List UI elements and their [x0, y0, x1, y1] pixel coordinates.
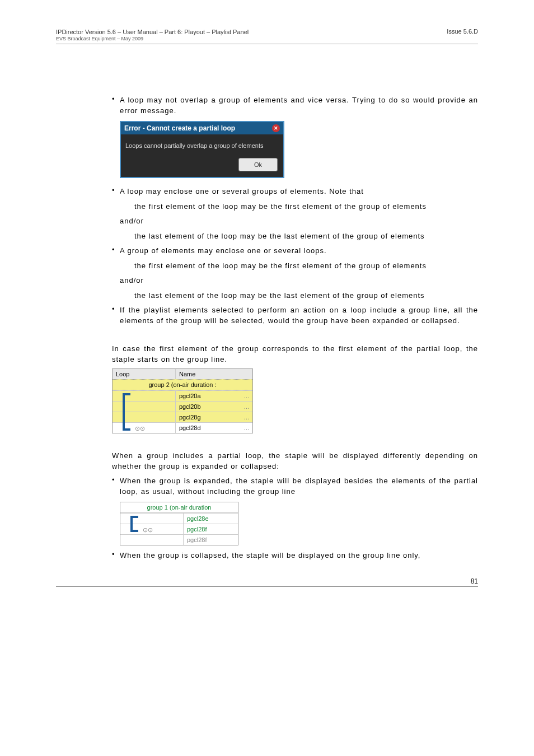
- sub-text: and/or: [120, 216, 478, 227]
- loop-icon: ⊙⊙: [143, 526, 153, 534]
- cell-name: pgcl20b: [179, 403, 201, 410]
- cell-name: pgcl28g: [179, 414, 201, 421]
- bullet-dot: •: [112, 305, 120, 326]
- cell-name: pgcl28f: [184, 524, 238, 534]
- playlist-table: Loop Name group 2 (on-air duration : pgc…: [112, 368, 253, 433]
- sub-text: the first element of the loop may be the…: [134, 260, 478, 272]
- table-row: pgcl20b...: [113, 401, 252, 412]
- cell-name: pgcl20a: [179, 393, 201, 399]
- error-body: Loops cannot partially overlap a group o…: [121, 134, 283, 155]
- table-row: pgcl28e: [120, 513, 238, 524]
- table-row: ⊙⊙ pgcl28f: [120, 524, 238, 534]
- page-header: IPDirector Version 5.6 – User Manual – P…: [56, 28, 478, 44]
- bullet-item: • A loop may not overlap a group of elem…: [112, 95, 478, 116]
- bullet-text: If the playlist elements selected to per…: [120, 305, 478, 326]
- bullet-text: A group of elements may enclose one or s…: [120, 245, 478, 256]
- bullet-dot: •: [112, 475, 120, 497]
- table-row: pgcl28f: [120, 534, 238, 545]
- sub-text: the last element of the loop may be the …: [134, 231, 478, 242]
- bullet-item: • When the group is collapsed, the stapl…: [112, 550, 478, 561]
- bullet-dot: •: [112, 245, 120, 256]
- col-loop: Loop: [113, 369, 176, 379]
- table-row: pgcl28g...: [113, 412, 252, 422]
- group-row: group 1 (on-air duration: [120, 502, 238, 513]
- ellipsis-icon: ...: [244, 414, 249, 421]
- cell-name: pgcl28e: [184, 514, 238, 524]
- page-number: 81: [56, 577, 478, 587]
- bullet-dot: •: [112, 95, 120, 116]
- close-icon[interactable]: ✕: [272, 124, 280, 132]
- bullet-item: • When the group is expanded, the staple…: [112, 475, 478, 497]
- bullet-text: When the group is collapsed, the staple …: [120, 550, 478, 561]
- bullet-text: A loop may enclose one or several groups…: [120, 186, 478, 197]
- cell-name: pgcl28d: [179, 424, 201, 431]
- col-name: Name: [176, 369, 252, 379]
- paragraph: When a group includes a partial loop, th…: [112, 450, 478, 472]
- bullet-dot: •: [112, 186, 120, 197]
- group-row: group 2 (on-air duration :: [113, 379, 252, 390]
- cell-name: pgcl28f: [184, 535, 238, 545]
- table-header: Loop Name: [113, 369, 252, 379]
- ellipsis-icon: ...: [244, 424, 249, 431]
- sub-text: the last element of the loop may be the …: [134, 290, 478, 301]
- bullet-text: A loop may not overlap a group of elemen…: [120, 95, 478, 116]
- sub-text: the first element of the loop may be the…: [134, 201, 478, 212]
- error-title-bar: Error - Cannot create a partial loop ✕: [121, 122, 283, 134]
- header-issue: Issue 5.6.D: [447, 28, 478, 43]
- bullet-dot: •: [112, 550, 120, 561]
- header-sub: EVS Broadcast Equipment – May 2009: [56, 36, 249, 43]
- sub-text: and/or: [120, 275, 478, 286]
- loop-icon: ⊙⊙: [135, 425, 145, 432]
- bullet-item: • A group of elements may enclose one or…: [112, 245, 478, 256]
- playlist-table-2: group 1 (on-air duration pgcl28e ⊙⊙ pgcl…: [120, 502, 238, 545]
- table-row: ⊙⊙ pgcl28d...: [113, 422, 252, 433]
- bullet-item: • If the playlist elements selected to p…: [112, 305, 478, 326]
- bullet-item: • A loop may enclose one or several grou…: [112, 186, 478, 197]
- paragraph: In case the first element of the group c…: [112, 343, 478, 365]
- header-title: IPDirector Version 5.6 – User Manual – P…: [56, 28, 249, 36]
- error-title: Error - Cannot create a partial loop: [124, 124, 235, 132]
- bullet-text: When the group is expanded, the staple w…: [120, 475, 478, 497]
- error-dialog: Error - Cannot create a partial loop ✕ L…: [120, 121, 284, 178]
- ellipsis-icon: ...: [244, 393, 249, 399]
- ok-button[interactable]: Ok: [238, 158, 278, 171]
- table-row: pgcl20a...: [113, 390, 252, 401]
- ellipsis-icon: ...: [244, 403, 249, 410]
